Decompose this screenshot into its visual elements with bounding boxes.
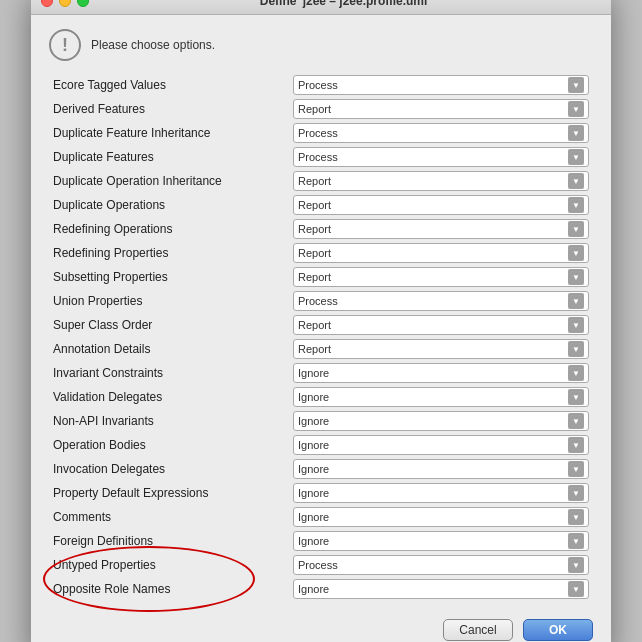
option-dropdown-cell: Ignore▼ (289, 481, 593, 505)
option-dropdown-cell: Process▼ (289, 145, 593, 169)
option-dropdown[interactable]: Ignore▼ (293, 435, 589, 455)
option-dropdown[interactable]: Report▼ (293, 243, 589, 263)
option-label: Property Default Expressions (49, 481, 289, 505)
option-dropdown[interactable]: Report▼ (293, 315, 589, 335)
dropdown-label: Report (298, 223, 331, 235)
table-row: Invariant ConstraintsIgnore▼ (49, 361, 593, 385)
dropdown-arrow-icon: ▼ (568, 125, 584, 141)
dialog-content: ! Please choose options. Ecore Tagged Va… (31, 15, 611, 642)
option-label: Validation Delegates (49, 385, 289, 409)
dropdown-arrow-icon: ▼ (568, 269, 584, 285)
dropdown-label: Report (298, 319, 331, 331)
option-dropdown[interactable]: Process▼ (293, 291, 589, 311)
table-row: Opposite Role NamesIgnore▼ (49, 577, 593, 601)
dropdown-arrow-icon: ▼ (568, 485, 584, 501)
option-dropdown[interactable]: Report▼ (293, 99, 589, 119)
option-label: Redefining Operations (49, 217, 289, 241)
dropdown-arrow-icon: ▼ (568, 293, 584, 309)
dropdown-arrow-icon: ▼ (568, 509, 584, 525)
dropdown-label: Ignore (298, 415, 329, 427)
dropdown-label: Process (298, 559, 338, 571)
window-title: Define 'j2ee – j2ee.profile.uml' (89, 0, 601, 8)
option-dropdown[interactable]: Ignore▼ (293, 579, 589, 599)
dropdown-arrow-icon: ▼ (568, 149, 584, 165)
maximize-button[interactable] (77, 0, 89, 7)
dropdown-label: Ignore (298, 439, 329, 451)
dropdown-arrow-icon: ▼ (568, 173, 584, 189)
table-row: Duplicate OperationsReport▼ (49, 193, 593, 217)
dropdown-label: Report (298, 103, 331, 115)
option-dropdown[interactable]: Report▼ (293, 195, 589, 215)
option-dropdown[interactable]: Ignore▼ (293, 411, 589, 431)
dropdown-arrow-icon: ▼ (568, 557, 584, 573)
dropdown-label: Report (298, 199, 331, 211)
option-dropdown[interactable]: Ignore▼ (293, 507, 589, 527)
table-row: Redefining OperationsReport▼ (49, 217, 593, 241)
dropdown-label: Report (298, 175, 331, 187)
option-dropdown[interactable]: Ignore▼ (293, 459, 589, 479)
option-dropdown-cell: Ignore▼ (289, 529, 593, 553)
table-row: Invocation DelegatesIgnore▼ (49, 457, 593, 481)
option-dropdown[interactable]: Ignore▼ (293, 387, 589, 407)
option-dropdown[interactable]: Report▼ (293, 267, 589, 287)
option-dropdown[interactable]: Process▼ (293, 123, 589, 143)
table-row: Operation BodiesIgnore▼ (49, 433, 593, 457)
dropdown-label: Process (298, 295, 338, 307)
option-label: Subsetting Properties (49, 265, 289, 289)
table-row: Union PropertiesProcess▼ (49, 289, 593, 313)
options-container: Ecore Tagged ValuesProcess▼Derived Featu… (49, 73, 593, 601)
option-dropdown-cell: Ignore▼ (289, 361, 593, 385)
option-dropdown-cell: Process▼ (289, 73, 593, 97)
option-dropdown-cell: Report▼ (289, 265, 593, 289)
cancel-button[interactable]: Cancel (443, 619, 513, 641)
titlebar: Define 'j2ee – j2ee.profile.uml' (31, 0, 611, 15)
table-row: Redefining PropertiesReport▼ (49, 241, 593, 265)
table-row: Foreign DefinitionsIgnore▼ (49, 529, 593, 553)
option-label: Invocation Delegates (49, 457, 289, 481)
option-label: Untyped Properties (49, 553, 289, 577)
dropdown-arrow-icon: ▼ (568, 221, 584, 237)
dropdown-arrow-icon: ▼ (568, 245, 584, 261)
option-dropdown-cell: Report▼ (289, 169, 593, 193)
option-dropdown-cell: Report▼ (289, 241, 593, 265)
close-button[interactable] (41, 0, 53, 7)
option-dropdown[interactable]: Process▼ (293, 147, 589, 167)
info-row: ! Please choose options. (49, 29, 593, 61)
dropdown-label: Ignore (298, 487, 329, 499)
option-label: Union Properties (49, 289, 289, 313)
option-dropdown[interactable]: Ignore▼ (293, 531, 589, 551)
option-label: Duplicate Operation Inheritance (49, 169, 289, 193)
option-dropdown[interactable]: Process▼ (293, 75, 589, 95)
table-row: Super Class OrderReport▼ (49, 313, 593, 337)
table-row: Derived FeaturesReport▼ (49, 97, 593, 121)
minimize-button[interactable] (59, 0, 71, 7)
option-label: Ecore Tagged Values (49, 73, 289, 97)
dropdown-label: Process (298, 127, 338, 139)
option-dropdown-cell: Report▼ (289, 337, 593, 361)
option-dropdown-cell: Process▼ (289, 289, 593, 313)
dropdown-arrow-icon: ▼ (568, 317, 584, 333)
option-dropdown-cell: Report▼ (289, 97, 593, 121)
dropdown-label: Ignore (298, 463, 329, 475)
options-table: Ecore Tagged ValuesProcess▼Derived Featu… (49, 73, 593, 601)
table-row: Property Default ExpressionsIgnore▼ (49, 481, 593, 505)
info-message: Please choose options. (91, 38, 215, 52)
table-row: Ecore Tagged ValuesProcess▼ (49, 73, 593, 97)
dropdown-arrow-icon: ▼ (568, 437, 584, 453)
table-row: Duplicate Feature InheritanceProcess▼ (49, 121, 593, 145)
option-dropdown[interactable]: Ignore▼ (293, 363, 589, 383)
option-dropdown-cell: Ignore▼ (289, 505, 593, 529)
option-dropdown[interactable]: Ignore▼ (293, 483, 589, 503)
option-label: Duplicate Feature Inheritance (49, 121, 289, 145)
info-icon: ! (49, 29, 81, 61)
option-dropdown-cell: Report▼ (289, 217, 593, 241)
option-dropdown[interactable]: Process▼ (293, 555, 589, 575)
option-dropdown[interactable]: Report▼ (293, 171, 589, 191)
dropdown-arrow-icon: ▼ (568, 77, 584, 93)
option-dropdown[interactable]: Report▼ (293, 219, 589, 239)
option-label: Foreign Definitions (49, 529, 289, 553)
option-dropdown[interactable]: Report▼ (293, 339, 589, 359)
table-row: Validation DelegatesIgnore▼ (49, 385, 593, 409)
ok-button[interactable]: OK (523, 619, 593, 641)
option-dropdown-cell: Ignore▼ (289, 433, 593, 457)
